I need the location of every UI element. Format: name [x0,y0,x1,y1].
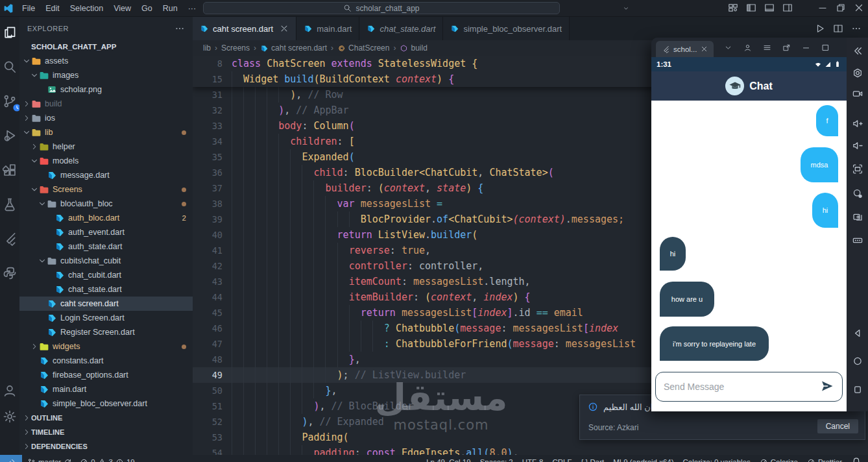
tree-item-assets[interactable]: assets [19,54,193,68]
nav-back-icon[interactable] [852,328,863,339]
status-colorize--0-variables[interactable]: Colorize: 0 variables [683,458,751,462]
panel-bottom-icon[interactable] [764,3,775,13]
split-editor-icon[interactable] [833,23,843,34]
menu-icon[interactable] [763,43,771,52]
breadcrumb-item-build[interactable]: build [400,43,427,53]
activity-run-debug[interactable] [1,127,19,145]
cancel-button[interactable]: Cancel [817,419,858,433]
tree-item-build[interactable]: build [19,97,193,111]
activity-explorer[interactable] [1,23,19,42]
status-----dart[interactable]: { } Dart [581,458,604,462]
activity-search[interactable] [1,58,19,76]
activity-settings[interactable] [1,407,19,426]
nav-home-icon[interactable] [852,356,863,367]
section-outline[interactable]: OUTLINE [19,411,193,425]
tree-item-ios[interactable]: ios [19,111,193,125]
tree-item-caht-screen-dart[interactable]: caht screen.dart [19,297,193,311]
status-ln-49--col-19[interactable]: Ln 49, Col 19 [426,458,470,462]
tree-item-helper[interactable]: helper [19,140,193,154]
tree-item-chat-state-dart[interactable]: chat_state.dart [19,282,193,297]
panel-right-icon[interactable] [782,3,793,13]
account-menu-icon[interactable] [611,3,621,14]
status-spaces--2[interactable]: Spaces: 2 [480,458,513,462]
emulator-tab[interactable]: schol... [656,41,714,57]
section-dependencies[interactable]: DEPENDENCIES [19,439,193,454]
tree-item-simple-bloc-observer-dart[interactable]: simple_bloc_observer.dart [19,396,193,411]
status-ml9--android-x64-[interactable]: ML9 (android x64) [613,458,673,462]
activity-account[interactable] [1,382,19,400]
volume-down-icon[interactable] [852,140,863,151]
minimize-icon[interactable] [802,43,810,52]
menu-moremoremore[interactable]: ··· [183,0,202,17]
activity-python[interactable] [1,264,19,282]
person-icon[interactable] [743,43,752,52]
tree-item-chat-cubit-dart[interactable]: chat_cubit.dart [19,268,193,282]
breadcrumb-item-caht-screen-dart[interactable]: caht screen.dart [260,43,327,53]
close-icon[interactable] [854,3,864,13]
tree-item-lib[interactable]: lib [19,125,193,140]
breadcrumb-item-screens[interactable]: Screens [221,43,250,53]
close-icon[interactable] [280,24,289,33]
tree-item-main-dart[interactable]: main.dart [19,382,193,396]
ellipsis-icon[interactable] [175,23,185,34]
camera-icon[interactable] [852,88,863,99]
command-center-search[interactable]: scholar_chatt_app [203,2,560,14]
section-timeline[interactable]: TIMELINE [19,425,193,439]
bell-icon[interactable] [851,457,862,462]
tree-item-constants-dart[interactable]: constants.dart [19,354,193,368]
tree-item-cubits-chat-cubit[interactable]: cubits\chat_cubit [19,254,193,268]
close-icon[interactable] [701,45,708,53]
collapse-icon[interactable] [852,45,863,56]
tree-item-message-dart[interactable]: message.dart [19,168,193,182]
tab-caht-screen-dart[interactable]: caht screen.dart [193,17,296,40]
tree-item-auth-state-dart[interactable]: auth_state.dart [19,239,193,254]
tab-chat-state-dart[interactable]: chat_state.dart [359,17,443,40]
menu-go[interactable]: Go [136,0,158,17]
chevron-down-icon[interactable] [724,43,732,52]
activity-flutter[interactable] [1,230,19,248]
maximize-icon[interactable] [821,43,830,52]
tab-simple-bloc-observer-dart[interactable]: simple_bloc_observer.dart [443,17,570,40]
layout-customize-icon[interactable] [728,3,738,13]
restore-icon[interactable] [836,3,846,13]
remote-indicator[interactable] [0,455,22,462]
hexnut-icon[interactable] [852,67,863,79]
menu-file[interactable]: File [17,0,40,17]
panel-left-icon[interactable] [746,3,756,13]
screenshot-icon[interactable] [852,212,863,223]
problems-item[interactable]: 0 3 19 [80,458,135,462]
play-icon[interactable] [815,23,825,34]
tree-item-register-screen-dart[interactable]: Register Screen.dart [19,325,193,339]
status-colorize[interactable]: Colorize [760,458,798,462]
tree-item-bloc-auth-bloc[interactable]: bloc\auth_bloc [19,197,193,211]
breadcrumb-item-chatscreen[interactable]: ChatScreen [337,43,389,53]
tree-item-scholar-png[interactable]: scholar.png [19,82,193,97]
open-external-icon[interactable] [782,43,791,52]
status-utf-8[interactable]: UTF-8 [522,458,544,462]
screen-record-icon[interactable] [852,188,863,199]
minimize-icon[interactable] [817,3,828,13]
menu-view[interactable]: View [108,0,136,17]
tab-main-dart[interactable]: main.dart [296,17,359,40]
git-branch-item[interactable]: master [27,458,72,462]
menu-edit[interactable]: Edit [40,0,65,17]
tree-item-widgets[interactable]: widgets [19,339,193,354]
send-button[interactable] [820,379,834,395]
activity-testing[interactable] [1,195,19,213]
tree-item-models[interactable]: models [19,154,193,168]
tree-item-auth-event-dart[interactable]: auth_event.dart [19,225,193,239]
activity-extensions[interactable] [1,161,19,179]
message-input[interactable] [664,382,815,392]
volume-up-icon[interactable] [852,118,863,129]
tree-item-images[interactable]: images [19,68,193,82]
menu-run[interactable]: Run [158,0,183,17]
nav-recent-icon[interactable] [852,384,863,395]
breadcrumb-item-lib[interactable]: lib [203,43,211,53]
chat-message-list[interactable]: fmdsahihihow are ui'm sorry to replayein… [651,101,847,411]
status-crlf[interactable]: CRLF [552,458,572,462]
tree-item-login-screen-dart[interactable]: Login Screen.dart [19,311,193,325]
ellipsis-icon[interactable] [851,23,862,34]
fullscreen-icon[interactable] [852,164,863,175]
menu-selection[interactable]: Selection [65,0,108,17]
tree-item-screens[interactable]: Screens [19,182,193,197]
